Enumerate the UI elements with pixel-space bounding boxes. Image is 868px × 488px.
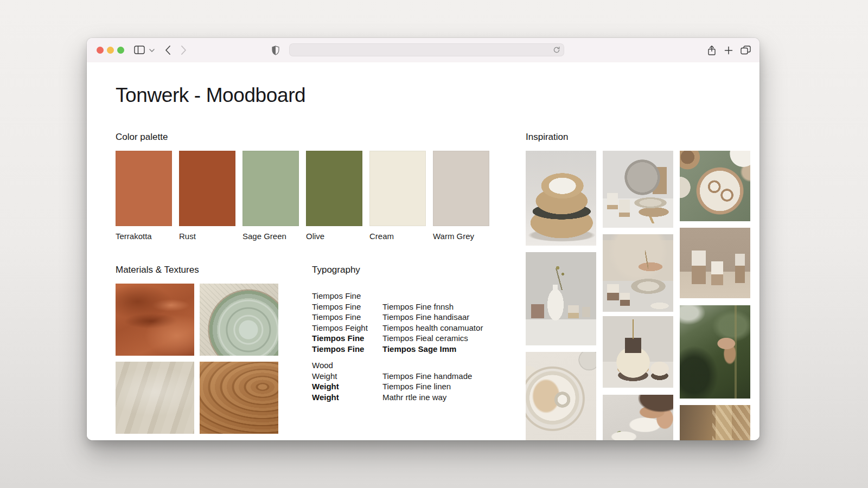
inspiration-photo-wood-shadow [680, 405, 750, 440]
minimize-window-button[interactable] [107, 47, 114, 54]
type-specimen-right: Tiempos Fine fnnsh [382, 302, 454, 311]
privacy-report-button[interactable] [271, 45, 280, 55]
inspiration-photo-hands-plate-limes [603, 395, 673, 440]
plus-icon [724, 46, 733, 55]
type-specimen-right: Tiempos health conamuator [382, 323, 483, 332]
share-icon [707, 45, 717, 56]
close-window-button[interactable] [97, 47, 104, 54]
type-specimen-row: Tiempos FineTiempos Fine fnnsh [312, 301, 483, 312]
inspiration-photo-stacked-bowls [526, 151, 596, 246]
color-swatch-label: Cream [369, 232, 426, 241]
palette-swatch-olive: Olive [306, 151, 362, 241]
window-controls [97, 47, 124, 54]
sidebar-icon [134, 46, 145, 54]
color-swatch-label: Rust [179, 232, 235, 241]
sidebar-menu-chevron-button[interactable] [149, 48, 155, 53]
palette-swatch-sage-green: Sage Green [242, 151, 299, 241]
back-button[interactable] [164, 45, 171, 55]
inspiration-photo-overhead-plates-cup [526, 352, 596, 440]
type-specimen-left: Tiempos Fine [312, 344, 382, 355]
palette-swatch-rust: Rust [179, 151, 235, 241]
type-specimen-right: Tiempos Fine linen [382, 382, 451, 391]
browser-window: Tonwerk - Moodboard Color palette Terrak… [87, 38, 760, 440]
typography-specimen-block-1: Tiempos Fine Tiempos FineTiempos Fine fn… [312, 291, 483, 355]
color-swatch-label: Olive [306, 232, 362, 241]
type-specimen-left: Weight [312, 392, 382, 403]
privacy-shield-icon [272, 46, 279, 55]
type-specimen-right: Tiempos Fine handisaar [382, 312, 469, 322]
type-specimen-left: Tiempos Fine [312, 301, 382, 312]
desktop-background: Tonwerk - Moodboard Color palette Terrak… [0, 0, 868, 488]
back-arrow-icon [165, 46, 170, 55]
page-content: Tonwerk - Moodboard Color palette Terrak… [87, 62, 760, 440]
type-specimen-left: Weight [312, 371, 382, 382]
type-specimen-left: Tiempos Fine [312, 291, 382, 301]
color-swatch-box [179, 151, 235, 226]
toolbar-right-buttons [707, 38, 751, 62]
material-photo-wood-grain [200, 362, 278, 434]
color-swatch-box [306, 151, 362, 226]
chevron-down-icon [149, 49, 155, 53]
color-swatch-label: Sage Green [242, 232, 299, 241]
color-palette-row: Terrakotta Rust Sage Green Olive Cream [116, 151, 489, 241]
inspiration-photo-two-tone-vases [680, 228, 750, 298]
material-photo-clay-texture [116, 284, 194, 356]
typography-specimen-block-2: Wood WeightTiempos Fine handmade WeightT… [312, 360, 472, 402]
inspiration-photo-tableware-set [603, 151, 673, 228]
forward-arrow-icon [181, 46, 187, 55]
share-button[interactable] [707, 45, 717, 56]
type-specimen-row: Tiempos FineTiempos Fine handisaar [312, 312, 483, 323]
type-specimen-right: Tiempos Fine handmade [382, 371, 472, 381]
type-specimen-row: WeightMathr rtle ine way [312, 392, 472, 403]
address-bar[interactable] [289, 43, 564, 56]
type-specimen-right: Tiempos Sage Imm [382, 344, 456, 354]
color-swatch-box [242, 151, 299, 226]
inspiration-photo-vase-dried-flowers [526, 252, 596, 345]
section-heading-inspiration: Inspiration [526, 132, 568, 143]
palette-swatch-cream: Cream [369, 151, 426, 241]
type-specimen-left: Weight [312, 381, 382, 392]
browser-toolbar [87, 38, 760, 63]
palette-swatch-terrakotta: Terrakotta [116, 151, 172, 241]
inspiration-photo-plates-on-green-linen [680, 151, 750, 221]
color-swatch-label: Terrakotta [116, 232, 172, 241]
type-specimen-left: Tiempos Fine [312, 312, 382, 323]
palette-swatch-warm-grey: Warm Grey [433, 151, 489, 241]
type-specimen-row: Tiempos FeightTiempos health conamuator [312, 323, 483, 333]
color-swatch-label: Warm Grey [433, 232, 489, 241]
color-swatch-box [369, 151, 426, 226]
section-heading-materials: Materials & Textures [116, 265, 199, 275]
type-specimen-row: Wood [312, 360, 472, 371]
type-specimen-row: Tiempos FineTiempos Fieal ceramics [312, 333, 483, 344]
page-title: Tonwerk - Moodboard [116, 84, 305, 107]
color-swatch-box [433, 151, 489, 226]
refresh-icon [553, 46, 560, 54]
refresh-button[interactable] [553, 46, 560, 54]
inspiration-photo-brass-stem-vessel [603, 316, 673, 388]
type-specimen-right: Tiempos Fieal ceramics [382, 333, 468, 343]
type-specimen-row: WeightTiempos Fine handmade [312, 371, 472, 382]
section-heading-typography: Typography [312, 265, 360, 275]
type-specimen-row: Tiempos FineTiempos Sage Imm [312, 344, 483, 355]
tab-overview-icon [741, 46, 751, 55]
forward-button[interactable] [180, 45, 188, 55]
tab-overview-button[interactable] [741, 46, 751, 55]
type-specimen-row: Tiempos Fine [312, 291, 483, 301]
type-specimen-left: Wood [312, 360, 382, 371]
type-specimen-left: Tiempos Feight [312, 323, 382, 333]
type-specimen-left: Tiempos Fine [312, 333, 382, 344]
inspiration-photo-person-stirring-bowl [603, 234, 673, 312]
material-photo-glazed-bowl [200, 284, 278, 356]
type-specimen-row: WeightTiempos Fine linen [312, 381, 472, 392]
section-heading-color-palette: Color palette [116, 132, 168, 143]
color-swatch-box [116, 151, 172, 226]
zoom-window-button[interactable] [117, 47, 124, 54]
type-specimen-right: Mathr rtle ine way [382, 393, 446, 402]
sidebar-toggle-button[interactable] [133, 45, 145, 55]
inspiration-photo-pine-branches-hand [680, 305, 750, 399]
new-tab-button[interactable] [724, 46, 733, 55]
material-photo-linen-fabric [116, 362, 194, 434]
